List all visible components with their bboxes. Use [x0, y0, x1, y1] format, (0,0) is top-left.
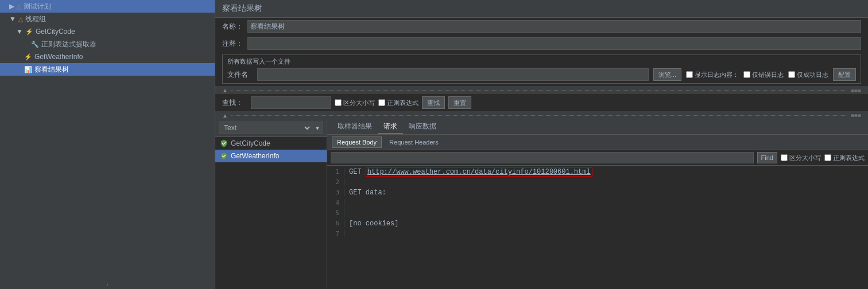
tree-item-label: GetWeatherInfo	[231, 152, 280, 160]
line-content	[349, 209, 353, 217]
rv-case-checkbox[interactable]	[781, 154, 788, 161]
line-number: 6	[327, 220, 344, 227]
sub-tabs-row: Request Body Request Headers	[327, 135, 868, 150]
code-line-3: 3 GET data:	[327, 189, 868, 199]
divider-dots: ≡≡≡	[851, 87, 861, 93]
tree-item-get-city-code[interactable]: GetCityCode	[215, 137, 327, 150]
sidebar-item-label: 测试计划	[24, 2, 51, 11]
sidebar-item-view-result-tree[interactable]: 📊 察看结果树	[0, 63, 215, 76]
success-log-label[interactable]: 仅成功日志	[788, 71, 828, 79]
regex-label[interactable]: 正则表达式	[378, 99, 418, 107]
panel-title-text: 察看结果树	[222, 3, 262, 13]
dropdown-arrow[interactable]: ▼	[312, 122, 323, 134]
file-name-label: 文件名	[227, 70, 248, 80]
file-name-input[interactable]	[257, 68, 649, 81]
rv-regex-label[interactable]: 正则表达式	[824, 154, 865, 162]
sidebar: ▶ △ 测试计划 ▼ △ 线程组 ▼ ⚡ GetCityCode 🔧 正则表达式…	[0, 0, 215, 289]
search-row: 查找： 区分大小写 正则表达式 查找 重置	[215, 94, 868, 111]
sidebar-item-label: 察看结果树	[34, 65, 69, 75]
http-icon: ⚡	[25, 28, 33, 36]
error-log-checkbox[interactable]	[743, 71, 750, 78]
divider-line	[231, 90, 848, 91]
code-line-5: 5	[327, 209, 868, 220]
code-line-6: 6 [no cookies]	[327, 220, 868, 230]
code-area: 1 GET http://www.weather.com.cn/data/cit…	[327, 166, 868, 289]
line-content: GET http://www.weather.com.cn/data/cityi…	[349, 168, 592, 176]
line-number: 3	[327, 189, 344, 196]
content-area: Text ▼ GetCityCode	[215, 119, 868, 289]
type-select[interactable]: Text	[219, 122, 312, 134]
sidebar-item-test-plan[interactable]: ▶ △ 测试计划	[0, 0, 215, 13]
line-content: [no cookies]	[349, 220, 398, 228]
content-tree: Text ▼ GetCityCode	[215, 119, 327, 289]
type-dropdown-row: Text ▼	[215, 119, 327, 137]
reset-button[interactable]: 重置	[448, 96, 471, 109]
regex-checkbox[interactable]	[378, 99, 385, 106]
file-section-row: 文件名 浏览... 显示日志内容： 仅错误日志 仅成功日志 配置	[227, 68, 856, 81]
search-input[interactable]	[251, 96, 331, 109]
line-content	[349, 178, 353, 186]
divider-row-top: ▲ ≡≡≡	[215, 86, 868, 94]
config-button[interactable]: 配置	[833, 68, 856, 81]
file-section: 所有数据写入一个文件 文件名 浏览... 显示日志内容： 仅错误日志 仅成功日志…	[222, 54, 861, 84]
result-tree-icon: 📊	[24, 66, 32, 73]
http-icon: ⚡	[24, 53, 32, 61]
code-line-7: 7	[327, 230, 868, 240]
sidebar-item-regex-extractor[interactable]: 🔧 正则表达式提取器	[0, 38, 215, 50]
line-number: 2	[327, 178, 344, 186]
divider-row-bottom: ▲ ≡≡≡	[215, 111, 868, 119]
line-content: GET data:	[349, 189, 386, 197]
code-line-2: 2	[327, 178, 868, 189]
main-panel: 察看结果树 名称： 注释： 所有数据写入一个文件 文件名 浏览... 显示日志内…	[215, 0, 868, 289]
rv-find-button[interactable]: Find	[757, 152, 777, 163]
line-number: 5	[327, 209, 344, 217]
browse-button[interactable]: 浏览...	[653, 68, 681, 81]
code-line-1: 1 GET http://www.weather.com.cn/data/cit…	[327, 168, 868, 178]
show-log-label[interactable]: 显示日志内容：	[686, 71, 739, 79]
tab-request[interactable]: 请求	[378, 119, 403, 134]
collapse-arrow[interactable]: ▲	[222, 87, 228, 93]
rv-search-input[interactable]	[331, 152, 754, 163]
expand-icon: ▼	[9, 15, 16, 23]
sidebar-item-thread-group[interactable]: ▼ △ 线程组	[0, 13, 215, 25]
case-sensitive-label[interactable]: 区分大小写	[335, 99, 375, 107]
sub-tab-request-headers[interactable]: Request Headers	[384, 136, 444, 148]
comment-label: 注释：	[222, 39, 243, 49]
shield-icon	[220, 139, 228, 147]
name-input[interactable]	[247, 20, 861, 33]
tree-item-label: GetCityCode	[231, 139, 270, 147]
line-number: 1	[327, 168, 344, 175]
request-viewer: 取样器结果 请求 响应数据 Request Body Request Heade…	[327, 119, 868, 289]
rv-search-row: Find 区分大小写 正则表达式	[327, 150, 868, 166]
main-tabs-row: 取样器结果 请求 响应数据	[327, 119, 868, 135]
rv-case-label[interactable]: 区分大小写	[781, 154, 821, 162]
error-log-label[interactable]: 仅错误日志	[743, 71, 784, 79]
tab-sampler-result[interactable]: 取样器结果	[332, 119, 378, 134]
sub-tab-request-body[interactable]: Request Body	[332, 136, 382, 148]
expand-icon: ▼	[16, 28, 23, 36]
line-content	[349, 199, 353, 207]
resize-area: ···	[0, 76, 215, 289]
name-row: 名称：	[215, 18, 868, 35]
collapse-arrow-2[interactable]: ▲	[222, 112, 228, 119]
content-tree-items: GetCityCode GetWeatherInfo	[215, 137, 327, 289]
sidebar-item-get-city-code[interactable]: ▼ ⚡ GetCityCode	[0, 25, 215, 38]
name-label: 名称：	[222, 22, 243, 32]
rv-regex-checkbox[interactable]	[824, 154, 831, 161]
sidebar-item-label: 线程组	[25, 14, 46, 24]
tab-response-data[interactable]: 响应数据	[403, 119, 442, 134]
tree-item-get-weather-info[interactable]: GetWeatherInfo	[215, 150, 327, 162]
case-sensitive-checkbox[interactable]	[335, 99, 342, 106]
url-link[interactable]: http://www.weather.com.cn/data/cityinfo/…	[366, 167, 592, 177]
triangle-icon: ▶	[9, 2, 14, 10]
sidebar-item-get-weather-info[interactable]: ⚡ GetWeatherInfo	[0, 50, 215, 63]
line-number: 4	[327, 199, 344, 206]
find-button[interactable]: 查找	[422, 96, 445, 109]
show-log-checkbox[interactable]	[686, 71, 693, 78]
comment-row: 注释：	[215, 35, 868, 52]
comment-input[interactable]	[247, 37, 861, 50]
shield-icon	[220, 152, 228, 160]
code-line-4: 4	[327, 199, 868, 209]
divider-line-2	[231, 115, 848, 116]
success-log-checkbox[interactable]	[788, 71, 795, 78]
